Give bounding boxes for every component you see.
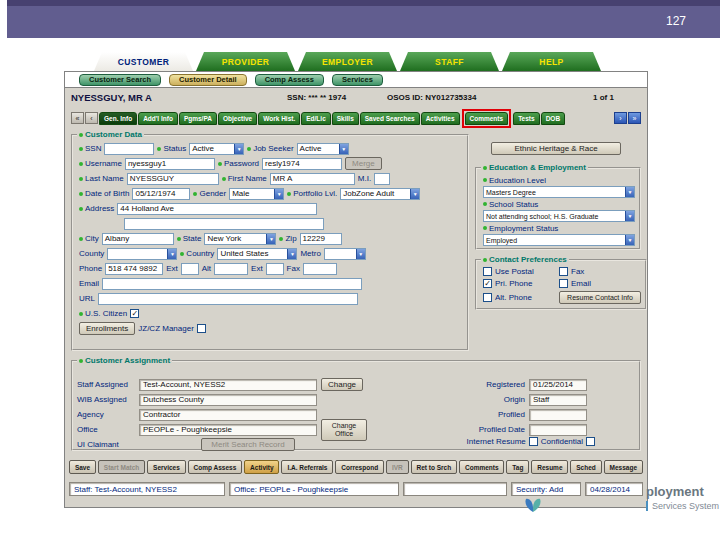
phone-label: Phone xyxy=(79,264,102,273)
url-label: URL xyxy=(79,294,95,303)
tab-customer-detail[interactable]: Customer Detail xyxy=(169,74,247,86)
password-input[interactable]: resly1974 xyxy=(262,158,342,170)
comp-assess-button[interactable]: Comp Assess xyxy=(188,460,243,474)
tab-customer-search[interactable]: Customer Search xyxy=(79,74,161,86)
first-name-input[interactable]: MR A xyxy=(270,173,355,185)
dob-input[interactable]: 05/12/1974 xyxy=(132,188,190,200)
tab-employer[interactable]: EMPLOYER xyxy=(298,52,397,71)
save-button[interactable]: Save xyxy=(69,460,96,474)
tab-dob[interactable]: DOB xyxy=(541,112,565,125)
resume-button[interactable]: Resume xyxy=(531,460,568,474)
message-button[interactable]: Message xyxy=(604,460,643,474)
ssn-input[interactable] xyxy=(104,143,154,155)
tab-provider[interactable]: PROVIDER xyxy=(196,52,295,71)
required-dot xyxy=(177,237,181,241)
required-dot xyxy=(79,207,83,211)
tab-work-hist[interactable]: Work Hist. xyxy=(258,112,300,125)
tab-pgms-pa[interactable]: Pgms/PA xyxy=(179,112,217,125)
tab-tests[interactable]: Tests xyxy=(513,112,540,125)
change-office-button[interactable]: Change Office xyxy=(321,419,367,441)
job-seeker-select[interactable]: Active▼ xyxy=(297,143,349,155)
tab-comp-assess[interactable]: Comp Assess xyxy=(255,74,324,86)
pri-phone-checkbox[interactable]: ✓ xyxy=(483,279,492,288)
tab-help[interactable]: HELP xyxy=(502,52,601,71)
staff-assigned-value: Test-Account, NYESS2 xyxy=(139,379,317,391)
jzcz-manager-checkbox[interactable] xyxy=(197,324,206,333)
alt-phone-input[interactable] xyxy=(214,263,248,275)
metro-select[interactable]: ▼ xyxy=(324,248,366,260)
url-input[interactable] xyxy=(98,293,358,305)
us-citizen-checkbox[interactable]: ✓ xyxy=(130,309,139,318)
zip-input[interactable]: 12229 xyxy=(300,233,342,245)
address-input[interactable]: 44 Holland Ave xyxy=(117,203,317,215)
merge-button[interactable]: Merge xyxy=(345,157,382,170)
fax-checkbox[interactable] xyxy=(559,267,568,276)
tab-skills[interactable]: Skills xyxy=(332,112,359,125)
ivr-button[interactable]: IVR xyxy=(386,460,409,474)
state-select[interactable]: New York▼ xyxy=(204,233,276,245)
services-button[interactable]: Services xyxy=(147,460,186,474)
tab-staff[interactable]: STAFF xyxy=(400,52,499,71)
correspond-button[interactable]: Correspond xyxy=(335,460,384,474)
tab-customer[interactable]: CUSTOMER xyxy=(94,52,193,71)
use-postal-checkbox[interactable] xyxy=(483,267,492,276)
assignment-bottom: Internet Resume Confidential xyxy=(467,437,595,446)
username-input[interactable]: nyessguy1 xyxy=(125,158,215,170)
contact-preferences-grid: Use Postal Fax ✓Pri. Phone Email Alt. Ph… xyxy=(481,266,641,306)
required-dot xyxy=(193,192,197,196)
county-select[interactable]: ▼ xyxy=(107,248,177,260)
start-match-button[interactable]: Start Match xyxy=(98,460,145,474)
status-select[interactable]: Active▼ xyxy=(189,143,244,155)
last-name-input[interactable]: NYESSGUY xyxy=(127,173,219,185)
education-level-select[interactable]: Masters Degree▼ xyxy=(483,186,635,198)
profiled-label: Profiled xyxy=(498,410,525,419)
gender-select[interactable]: Male▼ xyxy=(229,188,284,200)
portfolio-select[interactable]: JobZone Adult▼ xyxy=(340,188,420,200)
tab-activities[interactable]: Activities xyxy=(421,112,460,125)
resume-contact-info-button[interactable]: Resume Contact Info xyxy=(559,291,641,304)
ret-to-srch-button[interactable]: Ret to Srch xyxy=(411,460,457,474)
next-record-button[interactable]: › xyxy=(614,112,627,124)
tab-ed-lic[interactable]: Ed/Lic xyxy=(301,112,331,125)
enrollments-button[interactable]: Enrollments xyxy=(79,322,135,335)
ext2-input[interactable] xyxy=(266,263,284,275)
email-checkbox[interactable] xyxy=(559,279,568,288)
merit-search-record-button[interactable]: Merit Search Record xyxy=(201,438,295,451)
tab-addl-info[interactable]: Add'l Info xyxy=(138,112,178,125)
alt-phone-checkbox[interactable] xyxy=(483,293,492,302)
employment-status-select[interactable]: Employed▼ xyxy=(483,234,635,246)
activity-button[interactable]: Activity xyxy=(244,460,279,474)
tag-button[interactable]: Tag xyxy=(506,460,529,474)
prev-record-button[interactable]: ‹ xyxy=(85,112,98,124)
ethnic-heritage-race-button[interactable]: Ethnic Heritage & Race xyxy=(491,142,621,155)
tab-saved-searches[interactable]: Saved Searches xyxy=(360,112,420,125)
phone-input[interactable]: 518 474 9892 xyxy=(105,263,163,275)
tab-comments[interactable]: Comments xyxy=(465,112,509,125)
ia-referrals-button[interactable]: I.A. Referrals xyxy=(281,460,333,474)
first-record-button[interactable]: « xyxy=(71,112,84,124)
tab-objective[interactable]: Objective xyxy=(218,112,257,125)
address2-input[interactable] xyxy=(124,218,324,230)
last-record-button[interactable]: » xyxy=(628,112,641,124)
county-label: County xyxy=(79,249,104,258)
ext1-input[interactable] xyxy=(181,263,199,275)
sched-button[interactable]: Sched xyxy=(570,460,601,474)
internet-resume-checkbox[interactable] xyxy=(529,437,538,446)
dropdown-arrow-icon: ▼ xyxy=(625,186,635,198)
window-body: NYESSGUY, MR A SSN: *** ** 1974 OSOS ID:… xyxy=(64,88,648,508)
customer-name: NYESSGUY, MR A xyxy=(71,92,152,103)
dropdown-arrow-icon: ▼ xyxy=(356,248,366,260)
country-select[interactable]: United States▼ xyxy=(217,248,297,260)
email-input[interactable] xyxy=(102,278,362,290)
tab-services[interactable]: Services xyxy=(332,74,383,86)
mi-input[interactable] xyxy=(374,173,390,185)
fax-input[interactable] xyxy=(303,263,337,275)
city-input[interactable]: Albany xyxy=(102,233,174,245)
confidential-checkbox[interactable] xyxy=(586,437,595,446)
school-status-select[interactable]: Not attending school; H.S. Graduate▼ xyxy=(483,210,635,222)
ext2-label: Ext xyxy=(251,264,263,273)
change-staff-button[interactable]: Change xyxy=(321,378,363,391)
tab-gen-info[interactable]: Gen. Info xyxy=(99,112,137,125)
row-city: City Albany State New York▼ Zip 12229 xyxy=(77,231,463,246)
comments-button[interactable]: Comments xyxy=(459,460,504,474)
